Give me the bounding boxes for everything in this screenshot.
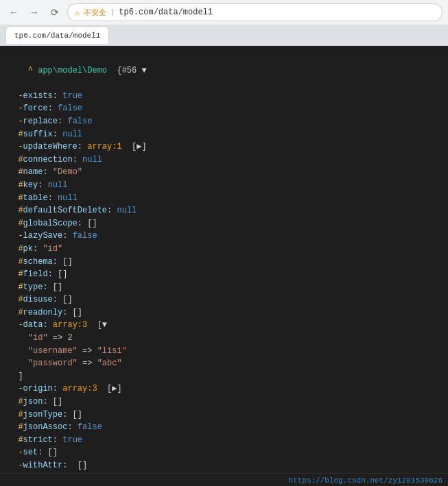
forward-button[interactable]: → [26, 4, 43, 21]
line-json: #json: [] [8, 396, 440, 409]
line-data-password: "password" => "abc" [8, 357, 440, 370]
tab-title: tp6.com/data/model1 [14, 32, 100, 40]
lock-icon: ⚠ [75, 8, 80, 17]
line-origin: -origin: array:3 [▶] [8, 382, 440, 396]
line-type: #type: [] [8, 281, 440, 294]
line-data-username: "username" => "lisi" [8, 345, 440, 358]
line-lazysave: -lazySave: false [8, 230, 440, 243]
browser-chrome: ← → ⟳ ⚠ 不安全 | tp6.com/data/model1 tp6.co… [0, 0, 448, 46]
code-content: ^ app\model\Demo {#56 ▼ -exists: true -f… [0, 46, 448, 473]
line-readonly: #readonly: [] [8, 306, 440, 319]
status-url: https://blog.csdn.net/zy1281539626 [289, 476, 443, 485]
code-header: ^ app\model\Demo {#56 ▼ [8, 51, 440, 90]
line-schema: #schema: [] [8, 256, 440, 269]
line-replace: -replace: false [8, 115, 440, 128]
line-set: -set: [] [8, 446, 440, 459]
line-parent: -parent: null [8, 472, 440, 473]
class-path: app\model\Demo [38, 66, 107, 75]
nav-bar: ← → ⟳ ⚠ 不安全 | tp6.com/data/model1 [0, 0, 448, 25]
line-jsontype: #jsonType: [] [8, 409, 440, 422]
back-button[interactable]: ← [5, 4, 22, 21]
line-globalscope: #globalScope: [] [8, 217, 440, 230]
line-withattr: -withAttr: [] [8, 459, 440, 472]
line-table: #table: null [8, 192, 440, 205]
line-data-id: "id" => 2 [8, 332, 440, 345]
line-pk: #pk: "id" [8, 243, 440, 256]
line-updatewhere: -updateWhere: array:1 [▶] [8, 141, 440, 154]
line-data: -data: array:3 [▼ [8, 319, 440, 332]
line-exists: -exists: true [8, 90, 440, 103]
line-field: #field: [] [8, 268, 440, 281]
separator: | [110, 8, 115, 16]
line-connection: #connection: null [8, 154, 440, 167]
not-secure-label: 不安全 [84, 8, 106, 18]
line-key: #key: null [8, 179, 440, 192]
line-disuse: #disuse: [] [8, 293, 440, 306]
line-jsonassoc: #jsonAssoc: false [8, 421, 440, 434]
line-suffix: #suffix: null [8, 128, 440, 141]
caret-symbol: ^ [28, 66, 38, 75]
tab-bar: tp6.com/data/model1 [0, 25, 448, 45]
line-force: -force: false [8, 102, 440, 115]
line-name: #name: "Demo" [8, 166, 440, 179]
active-tab[interactable]: tp6.com/data/model1 [5, 26, 109, 44]
line-close-bracket: ] [8, 370, 440, 383]
url-text: tp6.com/data/model1 [119, 8, 213, 17]
reload-button[interactable]: ⟳ [47, 4, 63, 21]
line-strict: #strict: true [8, 434, 440, 447]
line-defaultsoftdelete: #defaultSoftDelete: null [8, 204, 440, 217]
status-bar: https://blog.csdn.net/zy1281539626 [0, 473, 448, 486]
address-bar[interactable]: ⚠ 不安全 | tp6.com/data/model1 [67, 3, 443, 21]
